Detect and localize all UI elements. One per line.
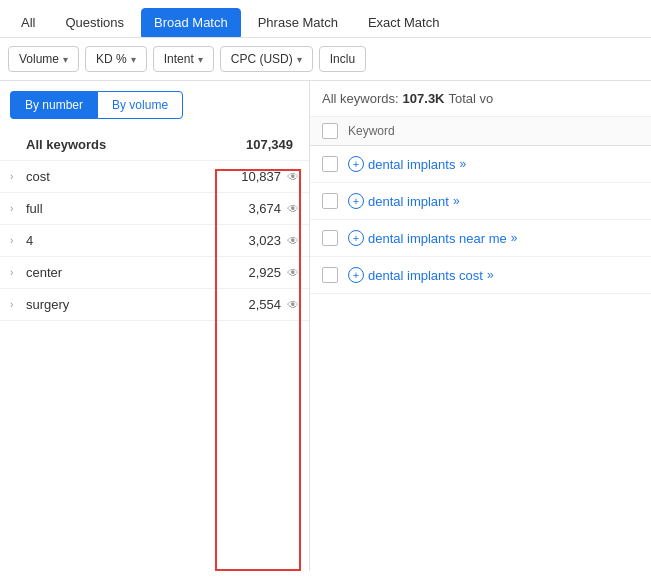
summary-count: 107.3K <box>403 91 445 106</box>
kw-row-center: ›center2,925👁 <box>0 257 309 289</box>
checkbox-dental-implant[interactable] <box>322 193 338 209</box>
left-panel: By numberBy volume All keywords107,349›c… <box>0 81 310 571</box>
eye-icon[interactable]: 👁 <box>287 170 299 184</box>
tab-all[interactable]: All <box>8 8 48 37</box>
kw-label-center: center <box>26 265 248 280</box>
keyword-link-dental-implants[interactable]: +dental implants» <box>348 156 466 172</box>
keyword-text-dental-implants-cost: dental implants cost <box>368 268 483 283</box>
chevron-right-icon[interactable]: › <box>10 299 26 310</box>
checkbox-dental-implants-cost[interactable] <box>322 267 338 283</box>
filter-volume[interactable]: Volume▾ <box>8 46 79 72</box>
keyword-header-label: Keyword <box>348 124 395 138</box>
filter-cpc[interactable]: CPC (USD)▾ <box>220 46 313 72</box>
summary-label: All keywords: <box>322 91 399 106</box>
filter-kd[interactable]: KD %▾ <box>85 46 147 72</box>
keyword-text-dental-implants-near-me: dental implants near me <box>368 231 507 246</box>
tab-bar: AllQuestionsBroad MatchPhrase MatchExact… <box>0 0 651 38</box>
chevron-right-icon[interactable]: › <box>10 267 26 278</box>
expand-icon[interactable]: » <box>487 268 494 282</box>
kw-row-cost: ›cost10,837👁 <box>0 161 309 193</box>
keyword-link-dental-implant[interactable]: +dental implant» <box>348 193 460 209</box>
chevron-right-icon[interactable]: › <box>10 203 26 214</box>
chevron-down-icon: ▾ <box>63 54 68 65</box>
add-keyword-icon: + <box>348 267 364 283</box>
kw-row-full: ›full3,674👁 <box>0 193 309 225</box>
result-row-dental-implants-cost: +dental implants cost» <box>310 257 651 294</box>
result-row-dental-implants-near-me: +dental implants near me» <box>310 220 651 257</box>
kw-label-4: 4 <box>26 233 248 248</box>
select-all-checkbox[interactable] <box>322 123 338 139</box>
add-keyword-icon: + <box>348 230 364 246</box>
right-panel-summary: All keywords: 107.3K Total vo <box>310 81 651 117</box>
keyword-text-dental-implant: dental implant <box>368 194 449 209</box>
eye-icon[interactable]: 👁 <box>287 234 299 248</box>
kw-row-4: ›43,023👁 <box>0 225 309 257</box>
tab-questions[interactable]: Questions <box>52 8 137 37</box>
kw-label-surgery: surgery <box>26 297 248 312</box>
filter-intent[interactable]: Intent▾ <box>153 46 214 72</box>
keyword-results-list: Keyword+dental implants»+dental implant»… <box>310 117 651 294</box>
kw-value-surgery: 2,554 <box>248 297 281 312</box>
checkbox-dental-implants-near-me[interactable] <box>322 230 338 246</box>
kw-label-all-keywords: All keywords <box>26 137 246 152</box>
expand-icon[interactable]: » <box>511 231 518 245</box>
keyword-col-header: Keyword <box>310 117 651 146</box>
result-row-dental-implants: +dental implants» <box>310 146 651 183</box>
kw-value-4: 3,023 <box>248 233 281 248</box>
kw-row-all-keywords: All keywords107,349 <box>0 129 309 161</box>
eye-icon[interactable]: 👁 <box>287 298 299 312</box>
chevron-down-icon: ▾ <box>131 54 136 65</box>
eye-icon[interactable]: 👁 <box>287 202 299 216</box>
keyword-list: All keywords107,349›cost10,837👁›full3,67… <box>0 129 309 571</box>
chevron-down-icon: ▾ <box>297 54 302 65</box>
expand-icon[interactable]: » <box>459 157 466 171</box>
result-row-dental-implant: +dental implant» <box>310 183 651 220</box>
chevron-right-icon[interactable]: › <box>10 171 26 182</box>
kw-row-surgery: ›surgery2,554👁 <box>0 289 309 321</box>
add-keyword-icon: + <box>348 193 364 209</box>
keyword-link-dental-implants-cost[interactable]: +dental implants cost» <box>348 267 494 283</box>
add-keyword-icon: + <box>348 156 364 172</box>
filter-inclu[interactable]: Inclu <box>319 46 366 72</box>
tab-phrase-match[interactable]: Phrase Match <box>245 8 351 37</box>
kw-value-center: 2,925 <box>248 265 281 280</box>
expand-icon[interactable]: » <box>453 194 460 208</box>
filter-bar: Volume▾KD %▾Intent▾CPC (USD)▾Inclu <box>0 38 651 81</box>
keyword-link-dental-implants-near-me[interactable]: +dental implants near me» <box>348 230 517 246</box>
main-content: By numberBy volume All keywords107,349›c… <box>0 81 651 571</box>
toggle-by-number[interactable]: By number <box>10 91 97 119</box>
summary-suffix: Total vo <box>449 91 494 106</box>
kw-label-cost: cost <box>26 169 241 184</box>
tab-exact-match[interactable]: Exact Match <box>355 8 453 37</box>
eye-icon[interactable]: 👁 <box>287 266 299 280</box>
kw-value-all-keywords: 107,349 <box>246 137 293 152</box>
right-panel: All keywords: 107.3K Total vo Keyword+de… <box>310 81 651 571</box>
chevron-down-icon: ▾ <box>198 54 203 65</box>
toggle-by-volume[interactable]: By volume <box>97 91 183 119</box>
chevron-right-icon[interactable]: › <box>10 235 26 246</box>
kw-label-full: full <box>26 201 248 216</box>
kw-value-full: 3,674 <box>248 201 281 216</box>
toggle-group: By numberBy volume <box>0 81 309 129</box>
keyword-text-dental-implants: dental implants <box>368 157 455 172</box>
tab-broad-match[interactable]: Broad Match <box>141 8 241 37</box>
checkbox-dental-implants[interactable] <box>322 156 338 172</box>
kw-value-cost: 10,837 <box>241 169 281 184</box>
